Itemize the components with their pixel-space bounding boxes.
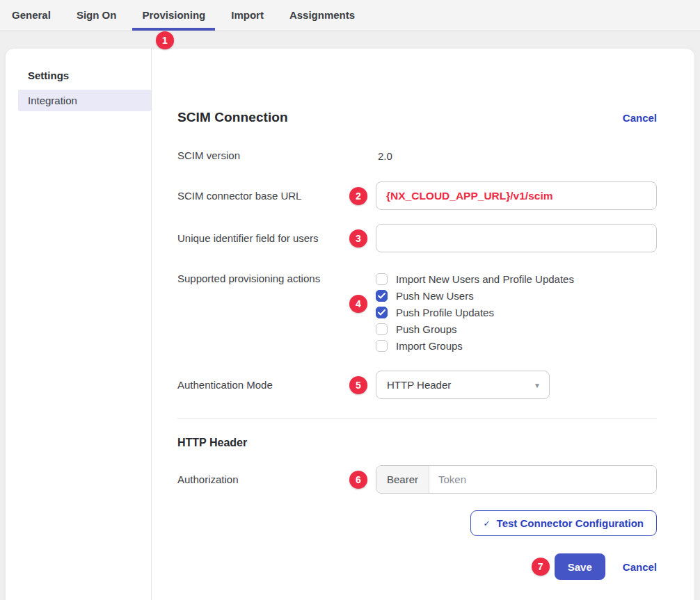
step-badge-4: 4 xyxy=(349,295,367,313)
authentication-mode-value: HTTP Header xyxy=(387,379,451,391)
step-badge-3: 3 xyxy=(349,229,367,248)
step-badge-7: 7 xyxy=(532,558,550,576)
save-button[interactable]: Save xyxy=(555,553,605,580)
cancel-link-bottom[interactable]: Cancel xyxy=(623,561,657,573)
settings-sidebar: Settings Integration xyxy=(6,49,152,600)
page-title: SCIM Connection xyxy=(177,110,288,125)
tab-assignments[interactable]: Assignments xyxy=(280,0,365,31)
settings-card: Settings Integration SCIM Connection Can… xyxy=(6,49,694,600)
cancel-link-top[interactable]: Cancel xyxy=(623,112,657,124)
checkbox-row-push-groups[interactable]: Push Groups xyxy=(376,321,657,337)
sidebar-heading: Settings xyxy=(6,70,151,90)
token-input[interactable] xyxy=(429,466,656,493)
checkbox-row-push-new-users[interactable]: Push New Users xyxy=(376,287,657,304)
app-tabbar: General Sign On Provisioning Import Assi… xyxy=(0,0,700,31)
checkbox-label: Push New Users xyxy=(396,290,474,302)
step-badge-1: 1 xyxy=(156,31,174,49)
provisioning-actions-label: Supported provisioning actions xyxy=(177,270,376,287)
bearer-prefix: Bearer xyxy=(376,466,429,493)
base-url-label: SCIM connector base URL xyxy=(177,189,376,203)
unique-identifier-label: Unique identifier field for users xyxy=(177,232,376,245)
checkbox-label: Import Groups xyxy=(396,340,463,352)
unique-identifier-input[interactable] xyxy=(376,224,657,252)
authorization-input-group: Bearer xyxy=(376,465,657,494)
checkbox-import-groups[interactable] xyxy=(376,340,388,352)
check-icon xyxy=(378,309,385,316)
step-badge-2: 2 xyxy=(349,187,367,205)
checkbox-push-profile-updates[interactable] xyxy=(376,307,388,318)
base-url-input[interactable] xyxy=(376,181,657,210)
authentication-mode-select[interactable]: HTTP Header ▼ xyxy=(376,371,550,399)
checkbox-label: Import New Users and Profile Updates xyxy=(396,273,574,285)
scim-connection-panel: SCIM Connection Cancel SCIM version 2.0 … xyxy=(152,49,694,600)
checkbox-label: Push Profile Updates xyxy=(396,307,494,318)
authentication-mode-label: Authentication Mode xyxy=(177,378,376,392)
tab-general[interactable]: General xyxy=(2,0,61,31)
tab-import[interactable]: Import xyxy=(221,0,273,31)
checkbox-row-import-groups[interactable]: Import Groups xyxy=(376,337,657,354)
provisioning-actions-list: Import New Users and Profile Updates Pus… xyxy=(376,270,657,354)
sidebar-item-integration[interactable]: Integration xyxy=(18,90,151,111)
scim-version-label: SCIM version xyxy=(177,149,376,163)
checkbox-import-new-users[interactable] xyxy=(376,273,388,285)
check-icon: ✓ xyxy=(484,519,491,528)
checkbox-label: Push Groups xyxy=(396,323,457,335)
scim-version-value: 2.0 xyxy=(376,150,657,162)
test-connector-configuration-button[interactable]: ✓ Test Connector Configuration xyxy=(470,510,657,536)
test-connector-configuration-label: Test Connector Configuration xyxy=(497,517,644,529)
check-icon xyxy=(378,293,385,299)
authorization-label: Authorization xyxy=(177,473,376,487)
checkbox-push-new-users[interactable] xyxy=(376,290,388,302)
step-badge-5: 5 xyxy=(349,376,367,394)
checkbox-push-groups[interactable] xyxy=(376,323,388,335)
checkbox-row-push-profile-updates[interactable]: Push Profile Updates xyxy=(376,304,657,321)
checkbox-row-import-new-users[interactable]: Import New Users and Profile Updates xyxy=(376,270,657,287)
tab-sign-on[interactable]: Sign On xyxy=(67,0,127,31)
tab-provisioning[interactable]: Provisioning xyxy=(132,0,215,31)
http-header-section-title: HTTP Header xyxy=(177,437,657,449)
chevron-down-icon: ▼ xyxy=(534,381,541,389)
section-divider xyxy=(177,418,657,419)
step-badge-6: 6 xyxy=(349,471,367,489)
